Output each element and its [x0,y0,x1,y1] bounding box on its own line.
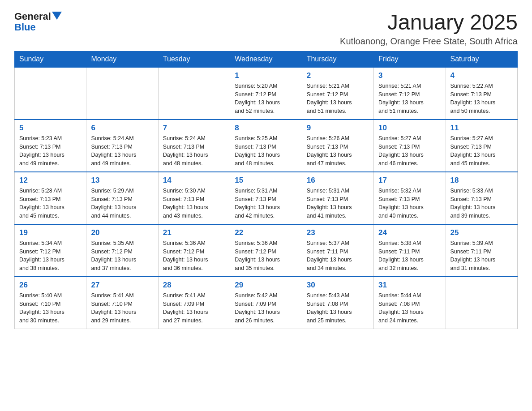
page-header: General Blue January 2025 Kutloanong, Or… [14,11,518,47]
day-cell: 15Sunrise: 5:31 AM Sunset: 7:13 PM Dayli… [230,172,302,224]
day-cell [15,67,86,120]
day-number: 6 [91,124,153,133]
day-cell: 24Sunrise: 5:38 AM Sunset: 7:11 PM Dayli… [374,224,446,277]
day-info: Sunrise: 5:31 AM Sunset: 7:13 PM Dayligh… [307,187,369,220]
week-row-2: 5Sunrise: 5:23 AM Sunset: 7:13 PM Daylig… [15,120,518,172]
day-info: Sunrise: 5:30 AM Sunset: 7:13 PM Dayligh… [163,187,225,220]
header-row: SundayMondayTuesdayWednesdayThursdayFrid… [15,51,518,67]
col-header-friday: Friday [374,51,446,67]
day-cell [446,277,517,329]
day-number: 14 [163,176,225,185]
day-number: 7 [163,124,225,133]
logo-blue-text: Blue [14,21,36,33]
day-cell: 17Sunrise: 5:32 AM Sunset: 7:13 PM Dayli… [374,172,446,224]
day-info: Sunrise: 5:21 AM Sunset: 7:12 PM Dayligh… [378,82,441,116]
day-info: Sunrise: 5:32 AM Sunset: 7:13 PM Dayligh… [378,187,441,220]
day-cell: 10Sunrise: 5:27 AM Sunset: 7:13 PM Dayli… [374,120,446,172]
day-cell: 2Sunrise: 5:21 AM Sunset: 7:12 PM Daylig… [302,67,373,120]
day-cell: 30Sunrise: 5:43 AM Sunset: 7:08 PM Dayli… [302,277,373,329]
day-info: Sunrise: 5:33 AM Sunset: 7:13 PM Dayligh… [450,187,513,220]
day-number: 21 [163,228,225,237]
day-cell [86,67,158,120]
day-cell: 4Sunrise: 5:22 AM Sunset: 7:13 PM Daylig… [446,67,517,120]
day-number: 17 [378,176,441,185]
col-header-tuesday: Tuesday [158,51,230,67]
col-header-monday: Monday [86,51,158,67]
day-info: Sunrise: 5:24 AM Sunset: 7:13 PM Dayligh… [91,134,153,168]
day-info: Sunrise: 5:43 AM Sunset: 7:08 PM Dayligh… [307,291,369,325]
day-info: Sunrise: 5:29 AM Sunset: 7:13 PM Dayligh… [91,187,153,220]
day-cell: 12Sunrise: 5:28 AM Sunset: 7:13 PM Dayli… [15,172,86,224]
day-info: Sunrise: 5:36 AM Sunset: 7:12 PM Dayligh… [163,239,225,273]
title-block: January 2025 Kutloanong, Orange Free Sta… [340,11,518,47]
day-number: 26 [19,281,82,290]
day-cell: 28Sunrise: 5:41 AM Sunset: 7:09 PM Dayli… [158,277,230,329]
day-cell: 6Sunrise: 5:24 AM Sunset: 7:13 PM Daylig… [86,120,158,172]
day-number: 15 [235,176,297,185]
col-header-wednesday: Wednesday [230,51,302,67]
day-number: 18 [450,176,513,185]
day-number: 13 [91,176,153,185]
day-number: 31 [378,281,441,290]
day-cell: 21Sunrise: 5:36 AM Sunset: 7:12 PM Dayli… [158,224,230,277]
day-info: Sunrise: 5:41 AM Sunset: 7:10 PM Dayligh… [91,291,153,325]
day-info: Sunrise: 5:21 AM Sunset: 7:12 PM Dayligh… [307,82,369,116]
day-info: Sunrise: 5:34 AM Sunset: 7:12 PM Dayligh… [19,239,82,273]
week-row-3: 12Sunrise: 5:28 AM Sunset: 7:13 PM Dayli… [15,172,518,224]
logo-triangle-icon [52,12,62,20]
col-header-sunday: Sunday [15,51,86,67]
day-info: Sunrise: 5:27 AM Sunset: 7:13 PM Dayligh… [450,134,513,168]
day-number: 20 [91,228,153,237]
day-cell: 11Sunrise: 5:27 AM Sunset: 7:13 PM Dayli… [446,120,517,172]
day-cell: 25Sunrise: 5:39 AM Sunset: 7:11 PM Dayli… [446,224,517,277]
week-row-4: 19Sunrise: 5:34 AM Sunset: 7:12 PM Dayli… [15,224,518,277]
day-cell: 19Sunrise: 5:34 AM Sunset: 7:12 PM Dayli… [15,224,86,277]
day-cell: 8Sunrise: 5:25 AM Sunset: 7:13 PM Daylig… [230,120,302,172]
day-cell: 26Sunrise: 5:40 AM Sunset: 7:10 PM Dayli… [15,277,86,329]
day-number: 22 [235,228,297,237]
day-info: Sunrise: 5:24 AM Sunset: 7:13 PM Dayligh… [163,134,225,168]
day-number: 19 [19,228,82,237]
day-number: 3 [378,71,441,80]
day-info: Sunrise: 5:20 AM Sunset: 7:12 PM Dayligh… [235,82,297,116]
day-cell: 1Sunrise: 5:20 AM Sunset: 7:12 PM Daylig… [230,67,302,120]
day-cell: 27Sunrise: 5:41 AM Sunset: 7:10 PM Dayli… [86,277,158,329]
day-number: 4 [450,71,513,80]
day-info: Sunrise: 5:22 AM Sunset: 7:13 PM Dayligh… [450,82,513,116]
day-info: Sunrise: 5:28 AM Sunset: 7:13 PM Dayligh… [19,187,82,220]
day-number: 9 [307,124,369,133]
day-cell: 13Sunrise: 5:29 AM Sunset: 7:13 PM Dayli… [86,172,158,224]
day-info: Sunrise: 5:38 AM Sunset: 7:11 PM Dayligh… [378,239,441,273]
calendar-title: January 2025 [340,11,518,34]
calendar-table: SundayMondayTuesdayWednesdayThursdayFrid… [14,51,518,329]
day-info: Sunrise: 5:26 AM Sunset: 7:13 PM Dayligh… [307,134,369,168]
day-cell: 31Sunrise: 5:44 AM Sunset: 7:08 PM Dayli… [374,277,446,329]
day-number: 2 [307,71,369,80]
day-number: 23 [307,228,369,237]
day-number: 24 [378,228,441,237]
day-cell: 14Sunrise: 5:30 AM Sunset: 7:13 PM Dayli… [158,172,230,224]
week-row-5: 26Sunrise: 5:40 AM Sunset: 7:10 PM Dayli… [15,277,518,329]
day-cell: 23Sunrise: 5:37 AM Sunset: 7:11 PM Dayli… [302,224,373,277]
col-header-saturday: Saturday [446,51,517,67]
day-number: 11 [450,124,513,133]
logo-general-text: General [14,11,51,22]
week-row-1: 1Sunrise: 5:20 AM Sunset: 7:12 PM Daylig… [15,67,518,120]
day-number: 27 [91,281,153,290]
day-number: 12 [19,176,82,185]
day-cell: 20Sunrise: 5:35 AM Sunset: 7:12 PM Dayli… [86,224,158,277]
calendar-header: SundayMondayTuesdayWednesdayThursdayFrid… [15,51,518,67]
calendar-subtitle: Kutloanong, Orange Free State, South Afr… [340,36,518,47]
day-number: 5 [19,124,82,133]
day-cell: 9Sunrise: 5:26 AM Sunset: 7:13 PM Daylig… [302,120,373,172]
day-cell: 29Sunrise: 5:42 AM Sunset: 7:09 PM Dayli… [230,277,302,329]
day-info: Sunrise: 5:39 AM Sunset: 7:11 PM Dayligh… [450,239,513,273]
day-info: Sunrise: 5:42 AM Sunset: 7:09 PM Dayligh… [235,291,297,325]
day-cell: 3Sunrise: 5:21 AM Sunset: 7:12 PM Daylig… [374,67,446,120]
day-info: Sunrise: 5:27 AM Sunset: 7:13 PM Dayligh… [378,134,441,168]
col-header-thursday: Thursday [302,51,373,67]
calendar-body: 1Sunrise: 5:20 AM Sunset: 7:12 PM Daylig… [15,67,518,329]
day-number: 30 [307,281,369,290]
day-info: Sunrise: 5:37 AM Sunset: 7:11 PM Dayligh… [307,239,369,273]
day-number: 8 [235,124,297,133]
